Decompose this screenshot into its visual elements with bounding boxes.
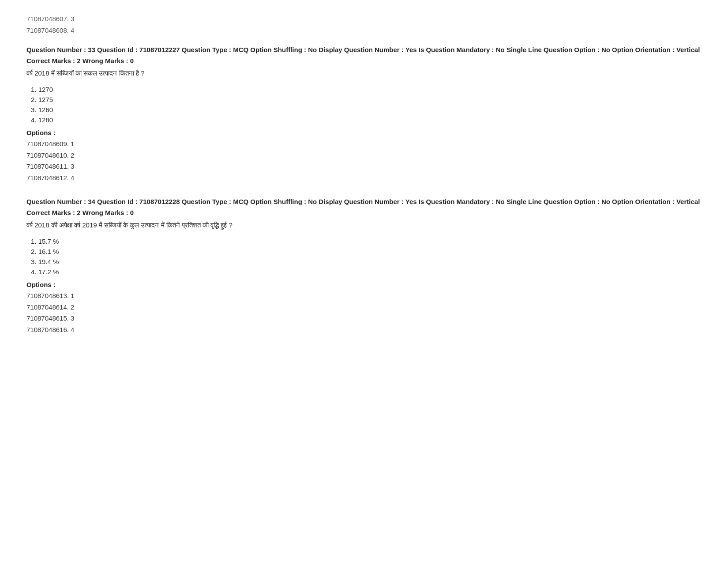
option-num-34-4: 4	[71, 326, 74, 333]
choice-33-3: 3. 1260	[26, 106, 702, 113]
question-text-34: वर्ष 2018 की अपेक्षा वर्ष 2019 में सब्जि…	[26, 220, 702, 230]
option-id-row-33-1: 71087048609. 1	[26, 138, 702, 150]
choice-num-34-3: 3.	[31, 258, 37, 265]
option-id-33-4: 71087048612	[26, 174, 67, 181]
prev-option-row-1: 71087048607. 3	[26, 13, 702, 25]
choice-num-33-4: 4.	[31, 116, 37, 124]
prev-option-id-1: 71087048607	[26, 15, 67, 23]
option-num-33-4: 4	[71, 174, 74, 181]
option-id-34-1: 71087048613	[26, 292, 67, 299]
question-block-34: Question Number : 34 Question Id : 71087…	[26, 196, 702, 335]
choice-34-3: 3. 19.4 %	[26, 258, 702, 265]
option-id-33-3: 71087048611	[26, 162, 67, 170]
option-id-row-33-2: 71087048610. 2	[26, 150, 702, 161]
choice-num-33-2: 2.	[31, 96, 37, 103]
option-id-row-34-3: 71087048615. 3	[26, 313, 702, 324]
option-num-34-2: 2	[71, 303, 74, 311]
option-num-34-3: 3	[71, 314, 74, 322]
choice-text-34-3: 19.4 %	[38, 258, 59, 265]
option-num-33-2: 2	[71, 151, 74, 159]
marks-34: Correct Marks : 2 Wrong Marks : 0	[26, 209, 702, 216]
choice-text-33-4: 1280	[38, 116, 53, 124]
question-text-33: वर्ष 2018 में सब्जियों का सकल उत्पादन कि…	[26, 68, 702, 79]
option-id-33-1: 71087048609	[26, 140, 67, 147]
choice-num-34-4: 4.	[31, 268, 37, 276]
prev-option-num-2: 4	[71, 26, 74, 34]
option-ids-33: 71087048609. 1 71087048610. 2 7108704861…	[26, 138, 702, 183]
option-id-row-33-4: 71087048612. 4	[26, 172, 702, 184]
options-label-33: Options :	[26, 129, 702, 136]
option-num-33-3: 3	[71, 162, 74, 170]
choices-list-34: 1. 15.7 % 2. 16.1 % 3. 19.4 % 4. 17.2 %	[26, 238, 702, 276]
option-id-34-4: 71087048616	[26, 326, 67, 333]
prev-option-row-2: 71087048608. 4	[26, 25, 702, 36]
option-ids-34: 71087048613. 1 71087048614. 2 7108704861…	[26, 290, 702, 335]
option-id-row-34-1: 71087048613. 1	[26, 290, 702, 302]
option-id-33-2: 71087048610	[26, 151, 67, 159]
prev-option-num-1: 3	[71, 15, 74, 23]
option-id-row-34-2: 71087048614. 2	[26, 302, 702, 313]
choice-num-34-2: 2.	[31, 248, 37, 255]
choice-33-1: 1. 1270	[26, 86, 702, 93]
choices-list-33: 1. 1270 2. 1275 3. 1260 4. 1280	[26, 86, 702, 124]
option-num-33-1: 1	[71, 140, 74, 147]
previous-options: 71087048607. 3 71087048608. 4	[26, 13, 702, 36]
choice-text-34-1: 15.7 %	[38, 238, 59, 245]
choice-num-33-1: 1.	[31, 86, 37, 93]
option-id-row-33-3: 71087048611. 3	[26, 161, 702, 172]
question-meta-33: Question Number : 33 Question Id : 71087…	[26, 45, 702, 55]
prev-option-id-2: 71087048608	[26, 26, 67, 34]
choice-text-33-2: 1275	[38, 96, 53, 103]
choice-num-33-3: 3.	[31, 106, 37, 113]
choice-34-2: 2. 16.1 %	[26, 248, 702, 255]
question-meta-34: Question Number : 34 Question Id : 71087…	[26, 196, 702, 207]
choice-num-34-1: 1.	[31, 238, 37, 245]
choice-text-33-3: 1260	[38, 106, 53, 113]
choice-text-34-2: 16.1 %	[38, 248, 59, 255]
choice-text-34-4: 17.2 %	[38, 268, 59, 276]
choice-34-4: 4. 17.2 %	[26, 268, 702, 276]
choice-text-33-1: 1270	[38, 86, 53, 93]
marks-33: Correct Marks : 2 Wrong Marks : 0	[26, 57, 702, 64]
choice-34-1: 1. 15.7 %	[26, 238, 702, 245]
question-block-33: Question Number : 33 Question Id : 71087…	[26, 45, 702, 183]
choice-33-2: 2. 1275	[26, 96, 702, 103]
options-label-34: Options :	[26, 281, 702, 288]
option-id-34-3: 71087048615	[26, 314, 67, 322]
choice-33-4: 4. 1280	[26, 116, 702, 124]
option-num-34-1: 1	[71, 292, 74, 299]
option-id-34-2: 71087048614	[26, 303, 67, 311]
option-id-row-34-4: 71087048616. 4	[26, 324, 702, 336]
